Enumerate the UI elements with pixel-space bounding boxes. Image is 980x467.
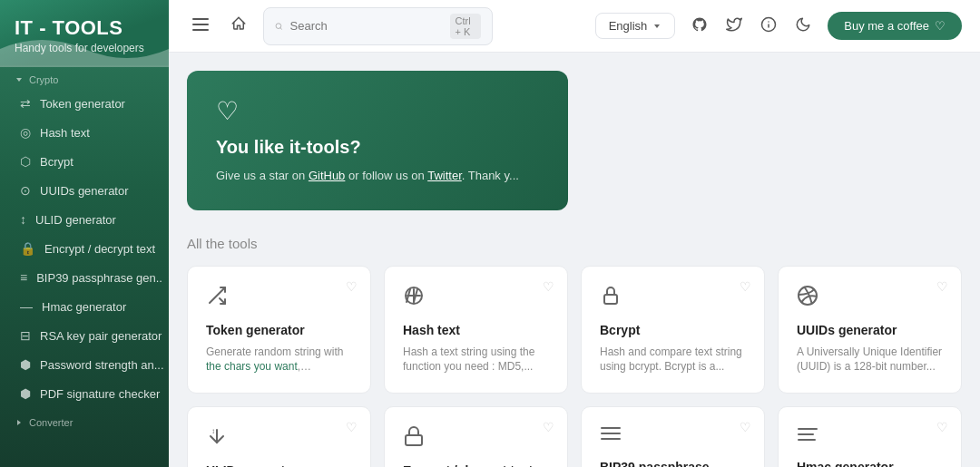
language-label: English [609,19,648,33]
sidebar: IT - TOOLS Handy tools for developers Cr… [0,0,169,467]
banner-text-mid: or follow us on [345,169,427,182]
github-link[interactable]: GitHub [309,169,345,182]
header: Ctrl + K English [169,0,980,53]
sidebar-item-pdf-signature[interactable]: ⬢ PDF signature checker [5,380,163,407]
twitter-link[interactable]: Twitter [427,169,462,182]
rsa-icon: ⊟ [20,328,31,343]
favorite-icon[interactable]: ♡ [346,279,358,294]
tool-title: Hmac generator [797,460,943,467]
home-button[interactable] [225,10,252,42]
favorite-icon[interactable]: ♡ [346,420,358,434]
uuid-icon: ⊙ [20,183,31,198]
bcrypt-icon: ⬡ [20,154,31,169]
svg-marker-1 [17,420,21,425]
dark-mode-button[interactable] [789,11,817,42]
menu-button[interactable] [187,11,214,41]
tool-icon-hash [403,285,549,312]
sidebar-item-uuids-generator[interactable]: ⊙ UUIDs generator [5,177,163,204]
tool-title: BIP39 passphrase generator [600,460,746,467]
tool-card-token-generator[interactable]: ♡ Token generator Generate random string… [187,266,371,394]
svg-marker-6 [654,24,660,28]
chevron-down-icon [15,75,24,84]
sidebar-section-crypto[interactable]: Crypto [0,65,169,89]
svg-rect-18 [406,435,422,445]
header-icons [686,11,817,42]
sidebar-item-hash-text[interactable]: ◎ Hash text [5,119,163,146]
favorite-icon[interactable]: ♡ [740,420,751,434]
main-scroll-area: ♡ You like it-tools? Give us a star on G… [169,53,980,467]
search-icon [275,20,283,33]
tool-icon-bip39 [600,425,746,449]
tool-icon-hmac [797,425,943,449]
lock-icon: 🔒 [20,241,35,256]
svg-rect-4 [192,29,209,31]
banner-text-suffix: . Thank y... [462,169,519,182]
chevron-right-icon [15,418,24,427]
sidebar-item-rsa[interactable]: ⊟ RSA key pair generator [5,322,163,349]
tool-icon-shuffle [206,285,352,312]
sidebar-item-token-generator[interactable]: ⇄ Token generator [5,90,163,117]
twitter-icon [726,16,742,33]
tool-card-uuids-generator[interactable]: ♡ UUIDs generator A Universally Unique I… [778,266,962,394]
hmac-icon: — [20,299,33,314]
banner-card: ♡ You like it-tools? Give us a star on G… [187,71,568,210]
svg-rect-2 [192,18,209,20]
heart-icon: ♡ [935,19,946,33]
info-button[interactable] [755,11,782,42]
main-content: Ctrl + K English [169,0,980,467]
tool-card-encrypt-decrypt[interactable]: ♡ Encrypt / decrypt text Encrypt and dec… [384,406,568,467]
tool-icon-uuid [797,285,943,312]
github-button[interactable] [686,11,713,42]
tool-card-hmac[interactable]: ♡ Hmac generator Computes a hash-based m… [778,406,962,467]
language-selector[interactable]: English [595,13,676,39]
buy-coffee-label: Buy me a coffee [844,19,929,33]
banner-title: You like it-tools? [216,137,539,158]
all-tools-title: All the tools [187,236,962,251]
tools-grid: ♡ Token generator Generate random string… [187,266,962,468]
tool-icon-lock [403,425,549,452]
tool-card-bcrypt[interactable]: ♡ Bcrypt Hash and compare text string us… [581,266,765,394]
info-icon [760,16,777,33]
sidebar-item-encrypt-decrypt[interactable]: 🔒 Encrypt / decrypt text [5,235,163,262]
search-bar[interactable]: Ctrl + K [263,7,493,45]
tool-desc: Hash a text string using the function yo… [403,345,549,375]
tool-title: UUIDs generator [797,323,943,337]
tool-desc: A Universally Unique Identifier (UUID) i… [797,345,943,375]
chevron-down-icon [652,22,662,31]
shuffle-icon: ⇄ [20,96,31,111]
search-shortcut: Ctrl + K [450,14,482,39]
password-icon: ⬢ [20,357,31,372]
banner-text: Give us a star on GitHub or follow us on… [216,167,539,185]
sidebar-item-ulid-generator[interactable]: ↕ ULID generator [5,206,163,233]
sidebar-logo: IT - TOOLS Handy tools for developers [0,0,169,65]
sidebar-section-converter[interactable]: Converter [0,408,169,432]
favorite-icon[interactable]: ♡ [543,420,554,434]
sidebar-item-password-strength[interactable]: ⬢ Password strength an... [5,351,163,378]
tool-card-bip39[interactable]: ♡ BIP39 passphrase generator [581,406,765,467]
svg-text:↕: ↕ [211,427,215,435]
svg-rect-15 [604,295,617,304]
heart-decoration: ♡ [216,96,539,126]
home-icon [230,15,247,32]
tool-icon-bcrypt [600,285,746,312]
sidebar-item-bip39[interactable]: ≡ BIP39 passphrase gen... [5,264,163,291]
favorite-icon[interactable]: ♡ [543,279,554,294]
sidebar-item-bcrypt[interactable]: ⬡ Bcrypt [5,148,163,175]
tool-title: ULID generator [206,463,352,467]
tool-card-ulid-generator[interactable]: ♡ ↕ ULID generator Generate random Unive… [187,406,371,467]
bip39-icon: ≡ [20,270,27,285]
dark-mode-icon [795,16,811,33]
tool-icon-ulid: ↕ [206,425,352,452]
buy-coffee-button[interactable]: Buy me a coffee ♡ [828,12,962,40]
hash-icon: ◎ [20,125,31,140]
twitter-button[interactable] [720,11,748,42]
favorite-icon[interactable]: ♡ [936,420,948,434]
banner-text-prefix: Give us a star on [216,169,309,182]
favorite-icon[interactable]: ♡ [740,279,751,294]
github-icon [691,16,708,33]
sidebar-item-hmac[interactable]: — Hmac generator [5,293,163,320]
tool-card-hash-text[interactable]: ♡ Hash text Hash a text string using the… [384,266,568,394]
search-input[interactable] [290,19,443,33]
tool-title: Hash text [403,323,549,337]
favorite-icon[interactable]: ♡ [936,279,948,294]
